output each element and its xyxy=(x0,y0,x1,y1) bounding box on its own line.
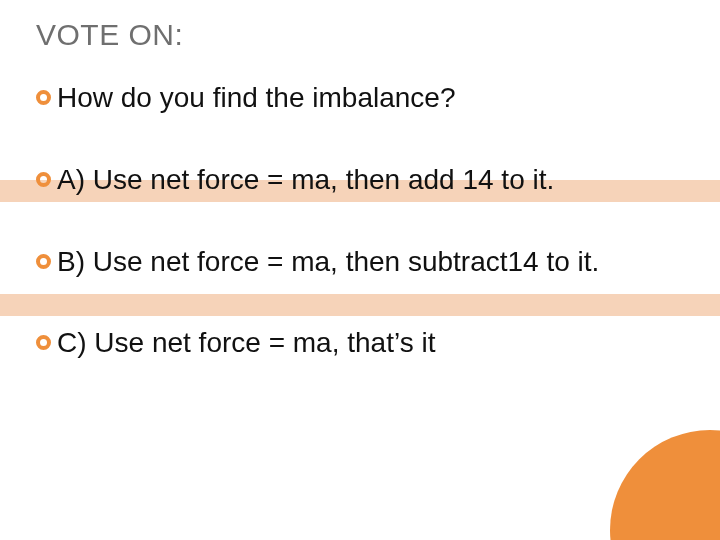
list-item: How do you find the imbalance? xyxy=(36,80,684,116)
list-item-text: B) Use net force = ma, then subtract14 t… xyxy=(57,244,684,280)
list-item: A) Use net force = ma, then add 14 to it… xyxy=(36,162,684,198)
slide-content: VOTE ON: How do you find the imbalance? … xyxy=(0,0,720,361)
bullet-icon xyxy=(36,254,51,269)
list-item-text: How do you find the imbalance? xyxy=(57,80,684,116)
list-item-text: A) Use net force = ma, then add 14 to it… xyxy=(57,162,684,198)
page-title: VOTE ON: xyxy=(36,18,684,52)
list-item-text: C) Use net force = ma, that’s it xyxy=(57,325,684,361)
decorative-circle xyxy=(610,430,720,540)
list-item: C) Use net force = ma, that’s it xyxy=(36,325,684,361)
bullet-icon xyxy=(36,172,51,187)
bullet-icon xyxy=(36,90,51,105)
bullet-icon xyxy=(36,335,51,350)
list-item: B) Use net force = ma, then subtract14 t… xyxy=(36,244,684,280)
